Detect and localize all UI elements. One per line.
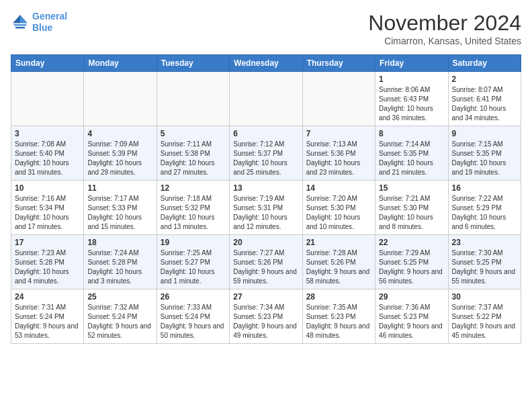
day-info: Sunrise: 7:32 AM Sunset: 5:24 PM Dayligh… bbox=[87, 303, 152, 340]
day-number: 16 bbox=[452, 183, 517, 193]
day-number: 20 bbox=[233, 238, 298, 247]
day-info: Sunrise: 7:11 AM Sunset: 5:38 PM Dayligh… bbox=[161, 140, 226, 177]
calendar-header-row: SundayMondayTuesdayWednesdayThursdayFrid… bbox=[11, 55, 521, 72]
day-header-saturday: Saturday bbox=[448, 55, 521, 72]
svg-rect-4 bbox=[15, 27, 25, 28]
week-row-5: 24Sunrise: 7:31 AM Sunset: 5:24 PM Dayli… bbox=[11, 289, 521, 344]
calendar-cell: 8Sunrise: 7:14 AM Sunset: 5:35 PM Daylig… bbox=[375, 126, 448, 181]
week-row-4: 17Sunrise: 7:23 AM Sunset: 5:28 PM Dayli… bbox=[11, 235, 521, 289]
calendar-cell bbox=[230, 72, 302, 126]
calendar-cell: 5Sunrise: 7:11 AM Sunset: 5:38 PM Daylig… bbox=[157, 126, 229, 181]
day-info: Sunrise: 7:15 AM Sunset: 5:35 PM Dayligh… bbox=[452, 140, 517, 177]
day-info: Sunrise: 7:30 AM Sunset: 5:25 PM Dayligh… bbox=[452, 248, 517, 286]
day-number: 18 bbox=[87, 238, 152, 247]
day-number: 7 bbox=[306, 129, 371, 138]
day-info: Sunrise: 7:25 AM Sunset: 5:27 PM Dayligh… bbox=[161, 248, 226, 286]
calendar-cell: 1Sunrise: 8:06 AM Sunset: 6:43 PM Daylig… bbox=[375, 72, 448, 126]
day-number: 25 bbox=[87, 292, 152, 302]
calendar-cell: 16Sunrise: 7:22 AM Sunset: 5:29 PM Dayli… bbox=[448, 181, 521, 235]
calendar-cell: 26Sunrise: 7:33 AM Sunset: 5:24 PM Dayli… bbox=[157, 289, 229, 344]
logo-icon bbox=[11, 13, 30, 32]
day-info: Sunrise: 7:17 AM Sunset: 5:33 PM Dayligh… bbox=[87, 194, 152, 232]
day-number: 21 bbox=[306, 238, 371, 247]
calendar-cell: 22Sunrise: 7:29 AM Sunset: 5:25 PM Dayli… bbox=[375, 235, 448, 289]
svg-rect-3 bbox=[14, 24, 27, 26]
day-info: Sunrise: 7:37 AM Sunset: 5:22 PM Dayligh… bbox=[452, 303, 517, 340]
day-number: 13 bbox=[233, 183, 298, 193]
calendar-cell bbox=[302, 72, 375, 126]
day-info: Sunrise: 7:08 AM Sunset: 5:40 PM Dayligh… bbox=[15, 140, 80, 177]
day-info: Sunrise: 7:19 AM Sunset: 5:31 PM Dayligh… bbox=[233, 194, 298, 232]
day-info: Sunrise: 7:24 AM Sunset: 5:28 PM Dayligh… bbox=[87, 248, 152, 286]
calendar-cell: 21Sunrise: 7:28 AM Sunset: 5:26 PM Dayli… bbox=[302, 235, 375, 289]
location-text: Cimarron, Kansas, United States bbox=[368, 36, 521, 46]
calendar-cell: 7Sunrise: 7:13 AM Sunset: 5:36 PM Daylig… bbox=[302, 126, 375, 181]
logo: General Blue bbox=[11, 11, 67, 34]
day-info: Sunrise: 7:12 AM Sunset: 5:37 PM Dayligh… bbox=[233, 140, 298, 177]
day-header-friday: Friday bbox=[375, 55, 448, 72]
logo-blue: Blue bbox=[32, 22, 52, 33]
calendar-cell: 17Sunrise: 7:23 AM Sunset: 5:28 PM Dayli… bbox=[11, 235, 84, 289]
day-number: 11 bbox=[87, 183, 152, 193]
day-number: 10 bbox=[15, 183, 80, 193]
day-number: 8 bbox=[379, 129, 444, 138]
day-number: 22 bbox=[379, 238, 444, 247]
calendar-cell: 4Sunrise: 7:09 AM Sunset: 5:39 PM Daylig… bbox=[84, 126, 157, 181]
day-number: 29 bbox=[379, 292, 444, 302]
day-info: Sunrise: 7:21 AM Sunset: 5:30 PM Dayligh… bbox=[379, 194, 444, 232]
day-number: 14 bbox=[306, 183, 371, 193]
calendar-cell bbox=[11, 72, 84, 126]
day-info: Sunrise: 7:14 AM Sunset: 5:35 PM Dayligh… bbox=[379, 140, 444, 177]
day-info: Sunrise: 7:22 AM Sunset: 5:29 PM Dayligh… bbox=[452, 194, 517, 232]
day-number: 17 bbox=[15, 238, 80, 247]
calendar-cell: 10Sunrise: 7:16 AM Sunset: 5:34 PM Dayli… bbox=[11, 181, 84, 235]
day-number: 5 bbox=[161, 129, 226, 138]
day-number: 4 bbox=[87, 129, 152, 138]
calendar-cell: 2Sunrise: 8:07 AM Sunset: 6:41 PM Daylig… bbox=[448, 72, 521, 126]
day-header-tuesday: Tuesday bbox=[157, 55, 229, 72]
day-number: 15 bbox=[379, 183, 444, 193]
week-row-2: 3Sunrise: 7:08 AM Sunset: 5:40 PM Daylig… bbox=[11, 126, 521, 181]
calendar-cell: 11Sunrise: 7:17 AM Sunset: 5:33 PM Dayli… bbox=[84, 181, 157, 235]
day-info: Sunrise: 7:35 AM Sunset: 5:23 PM Dayligh… bbox=[306, 303, 371, 340]
day-number: 9 bbox=[452, 129, 517, 138]
logo-text: General Blue bbox=[32, 11, 67, 34]
day-number: 23 bbox=[452, 238, 517, 247]
calendar-cell: 14Sunrise: 7:20 AM Sunset: 5:30 PM Dayli… bbox=[302, 181, 375, 235]
day-info: Sunrise: 7:29 AM Sunset: 5:25 PM Dayligh… bbox=[379, 248, 444, 286]
calendar-cell: 27Sunrise: 7:34 AM Sunset: 5:23 PM Dayli… bbox=[230, 289, 302, 344]
day-header-wednesday: Wednesday bbox=[230, 55, 302, 72]
day-header-monday: Monday bbox=[84, 55, 157, 72]
day-number: 28 bbox=[306, 292, 371, 302]
calendar-cell: 30Sunrise: 7:37 AM Sunset: 5:22 PM Dayli… bbox=[448, 289, 521, 344]
day-info: Sunrise: 7:09 AM Sunset: 5:39 PM Dayligh… bbox=[87, 140, 152, 177]
calendar-cell: 23Sunrise: 7:30 AM Sunset: 5:25 PM Dayli… bbox=[448, 235, 521, 289]
day-info: Sunrise: 7:33 AM Sunset: 5:24 PM Dayligh… bbox=[161, 303, 226, 340]
day-info: Sunrise: 8:07 AM Sunset: 6:41 PM Dayligh… bbox=[452, 85, 517, 123]
day-info: Sunrise: 7:23 AM Sunset: 5:28 PM Dayligh… bbox=[15, 248, 80, 286]
day-info: Sunrise: 7:36 AM Sunset: 5:23 PM Dayligh… bbox=[379, 303, 444, 340]
week-row-1: 1Sunrise: 8:06 AM Sunset: 6:43 PM Daylig… bbox=[11, 72, 521, 126]
day-info: Sunrise: 7:20 AM Sunset: 5:30 PM Dayligh… bbox=[306, 194, 371, 232]
calendar-cell: 29Sunrise: 7:36 AM Sunset: 5:23 PM Dayli… bbox=[375, 289, 448, 344]
calendar-cell: 15Sunrise: 7:21 AM Sunset: 5:30 PM Dayli… bbox=[375, 181, 448, 235]
day-info: Sunrise: 7:31 AM Sunset: 5:24 PM Dayligh… bbox=[15, 303, 80, 340]
calendar-cell: 13Sunrise: 7:19 AM Sunset: 5:31 PM Dayli… bbox=[230, 181, 302, 235]
month-title: November 2024 bbox=[368, 11, 521, 36]
calendar-cell bbox=[84, 72, 157, 126]
day-header-thursday: Thursday bbox=[302, 55, 375, 72]
week-row-3: 10Sunrise: 7:16 AM Sunset: 5:34 PM Dayli… bbox=[11, 181, 521, 235]
day-number: 19 bbox=[161, 238, 226, 247]
calendar-cell: 28Sunrise: 7:35 AM Sunset: 5:23 PM Dayli… bbox=[302, 289, 375, 344]
calendar-cell: 25Sunrise: 7:32 AM Sunset: 5:24 PM Dayli… bbox=[84, 289, 157, 344]
calendar-cell: 12Sunrise: 7:18 AM Sunset: 5:32 PM Dayli… bbox=[157, 181, 229, 235]
day-number: 27 bbox=[233, 292, 298, 302]
day-info: Sunrise: 7:34 AM Sunset: 5:23 PM Dayligh… bbox=[233, 303, 298, 340]
calendar-cell: 6Sunrise: 7:12 AM Sunset: 5:37 PM Daylig… bbox=[230, 126, 302, 181]
day-number: 24 bbox=[15, 292, 80, 302]
logo-general: General bbox=[32, 11, 67, 21]
day-number: 6 bbox=[233, 129, 298, 138]
calendar-cell: 9Sunrise: 7:15 AM Sunset: 5:35 PM Daylig… bbox=[448, 126, 521, 181]
calendar-table: SundayMondayTuesdayWednesdayThursdayFrid… bbox=[11, 54, 521, 344]
day-number: 2 bbox=[452, 75, 517, 84]
